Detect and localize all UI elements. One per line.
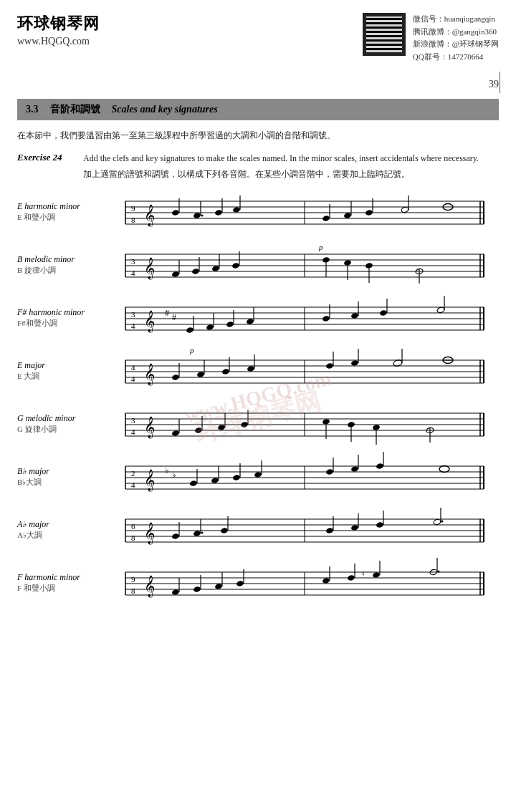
staff-area-1: 9 8 𝄞 bbox=[110, 187, 499, 237]
scale-name-cn-5: G 旋律小調 bbox=[17, 424, 110, 435]
svg-text:p: p bbox=[318, 243, 323, 251]
scale-row-1: E harmonic minor E 和聲小調 9 8 𝄞 bbox=[17, 186, 499, 238]
svg-text:8: 8 bbox=[131, 216, 135, 224]
social-tencent: 腾讯微博：@gangqin360 bbox=[413, 26, 499, 39]
scale-label-4: E major E 大調 bbox=[17, 360, 110, 382]
svg-point-14 bbox=[193, 212, 201, 218]
svg-text:𝄞: 𝄞 bbox=[144, 416, 155, 439]
staff-svg-5: 3 4 𝄞 bbox=[110, 399, 499, 449]
scale-label-2: B melodic minor B 旋律小調 bbox=[17, 254, 110, 276]
scale-name-cn-3: F#和聲小調 bbox=[17, 318, 110, 329]
svg-point-12 bbox=[171, 209, 179, 216]
svg-point-101 bbox=[171, 374, 179, 380]
scale-name-en-2: B melodic minor bbox=[17, 254, 110, 265]
svg-point-23 bbox=[343, 212, 351, 218]
svg-text:♭: ♭ bbox=[172, 470, 176, 480]
svg-text:4: 4 bbox=[131, 269, 135, 277]
svg-point-87 bbox=[436, 306, 444, 313]
svg-point-196 bbox=[350, 524, 358, 531]
svg-point-160 bbox=[189, 480, 197, 486]
section-title-cn: 音阶和調號 bbox=[50, 103, 100, 116]
page-header: 环球钢琴网 www.HQGQ.com 微信号：huanqiugangqin 腾讯… bbox=[0, 0, 516, 70]
staff-svg-8: 9 8 𝄞 ♮ bbox=[110, 558, 499, 608]
svg-text:3: 3 bbox=[131, 310, 135, 319]
svg-point-42 bbox=[171, 271, 179, 277]
scale-row-6: B♭ major B♭大調 2 4 𝄞 ♭ ♭ bbox=[17, 451, 499, 503]
svg-text:8: 8 bbox=[131, 586, 135, 595]
scale-name-en-6: B♭ major bbox=[17, 466, 110, 477]
section-number: 3.3 bbox=[26, 104, 39, 115]
svg-text:2: 2 bbox=[131, 469, 135, 478]
svg-point-231 bbox=[438, 570, 440, 572]
svg-point-112 bbox=[350, 359, 358, 366]
svg-text:4: 4 bbox=[131, 322, 135, 330]
staff-area-8: 9 8 𝄞 ♮ bbox=[110, 558, 499, 608]
svg-text:9: 9 bbox=[131, 204, 135, 213]
scale-row-4: E major E 大調 4 4 𝄞 bbox=[17, 345, 499, 397]
svg-point-200 bbox=[433, 518, 441, 525]
staff-area-7: 6 8 𝄞 bbox=[110, 505, 499, 555]
scale-label-8: F harmonic minor F 和聲小調 bbox=[17, 572, 110, 594]
svg-point-103 bbox=[196, 371, 204, 377]
scale-label-3: F# harmonic minor F#和聲小調 bbox=[17, 307, 110, 329]
svg-point-46 bbox=[211, 265, 219, 271]
logo-area: 环球钢琴网 www.HQGQ.com bbox=[17, 13, 100, 47]
staff-svg-7: 6 8 𝄞 bbox=[110, 505, 499, 555]
svg-point-162 bbox=[211, 477, 219, 483]
svg-point-77 bbox=[226, 321, 234, 327]
svg-point-105 bbox=[221, 368, 229, 374]
scale-name-cn-4: E 大調 bbox=[17, 371, 110, 382]
svg-text:6: 6 bbox=[131, 522, 135, 531]
scale-name-en-7: A♭ major bbox=[17, 519, 110, 530]
svg-point-75 bbox=[206, 324, 214, 330]
logo-sub: www.HQGQ.com bbox=[17, 36, 100, 47]
staff-area-2: 3 4 𝄞 bbox=[110, 240, 499, 290]
svg-point-48 bbox=[231, 262, 239, 269]
scale-name-cn-2: B 旋律小調 bbox=[17, 265, 110, 276]
qr-code bbox=[363, 13, 406, 56]
svg-point-81 bbox=[322, 315, 330, 322]
svg-text:𝄞: 𝄞 bbox=[144, 310, 155, 333]
scale-row-5: G melodic minor G 旋律小調 3 4 𝄞 bbox=[17, 398, 499, 450]
svg-point-140 bbox=[347, 421, 355, 427]
svg-point-130 bbox=[171, 430, 179, 436]
svg-point-25 bbox=[365, 209, 373, 216]
svg-text:♮: ♮ bbox=[362, 570, 365, 578]
svg-text:#: # bbox=[165, 308, 169, 318]
svg-text:3: 3 bbox=[131, 416, 135, 425]
social-wechat: 微信号：huanqiugangqin bbox=[413, 13, 499, 26]
exercise-text: Add the clefs and key signatures to make… bbox=[83, 152, 479, 180]
svg-point-85 bbox=[379, 309, 387, 316]
svg-text:4: 4 bbox=[131, 427, 135, 436]
svg-point-27 bbox=[401, 206, 408, 213]
svg-point-164 bbox=[232, 474, 240, 480]
scale-name-en-3: F# harmonic minor bbox=[17, 307, 110, 318]
page-number: 39 bbox=[489, 79, 499, 90]
staff-area-5: 3 4 𝄞 bbox=[110, 399, 499, 449]
logo-main: 环球钢琴网 bbox=[17, 13, 100, 34]
svg-point-52 bbox=[343, 259, 351, 266]
page-line bbox=[500, 72, 500, 93]
staff-area-4: 4 4 𝄞 p bbox=[110, 346, 499, 396]
svg-point-83 bbox=[350, 312, 358, 319]
svg-point-19 bbox=[232, 206, 240, 213]
svg-text:p: p bbox=[189, 346, 194, 354]
svg-text:9: 9 bbox=[131, 575, 135, 584]
svg-point-223 bbox=[322, 577, 330, 584]
svg-text:4: 4 bbox=[131, 363, 135, 372]
svg-point-172 bbox=[376, 463, 383, 469]
svg-point-134 bbox=[217, 424, 225, 430]
scale-row-2: B melodic minor B 旋律小調 3 4 𝄞 bbox=[17, 239, 499, 291]
svg-point-221 bbox=[236, 580, 244, 586]
svg-point-189 bbox=[193, 530, 201, 536]
svg-text:𝄞: 𝄞 bbox=[144, 363, 155, 386]
svg-text:4: 4 bbox=[131, 374, 135, 383]
svg-point-192 bbox=[220, 527, 228, 533]
svg-text:𝄞: 𝄞 bbox=[144, 469, 155, 492]
svg-point-225 bbox=[347, 574, 355, 581]
svg-point-194 bbox=[325, 527, 333, 533]
svg-point-198 bbox=[376, 521, 383, 528]
intro-text: 在本節中，我們要溫習由第一至第三級課程中所學習過的大調和小調的音階和調號。 bbox=[17, 129, 499, 142]
svg-point-21 bbox=[322, 215, 330, 221]
svg-point-217 bbox=[193, 586, 201, 592]
